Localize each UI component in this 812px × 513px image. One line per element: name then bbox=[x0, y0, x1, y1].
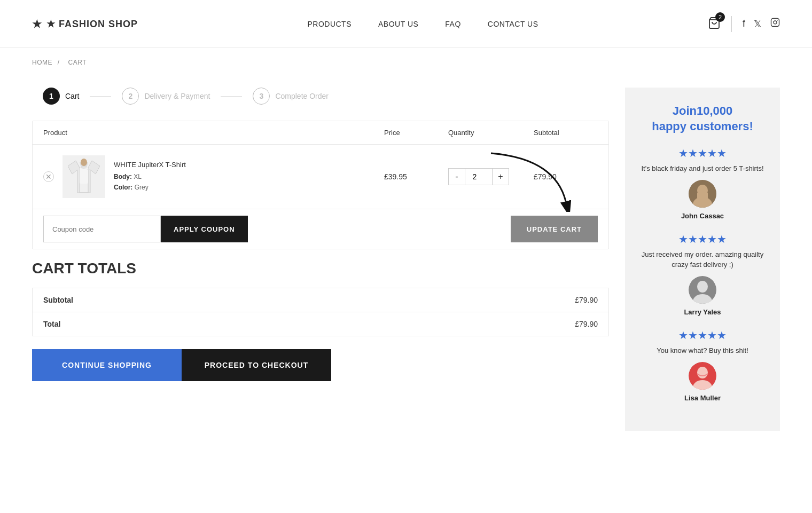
product-body: Body: XL bbox=[114, 172, 186, 182]
totals-table: Subtotal £79.90 Total £79.90 bbox=[32, 288, 609, 336]
review-3-stars: ★★★★★ bbox=[638, 329, 767, 342]
review-2-text: Just received my order. amazing quailty … bbox=[638, 250, 767, 269]
header-subtotal: Subtotal bbox=[534, 129, 598, 137]
steps: 1 Cart 2 Delivery & Payment 3 Complete O… bbox=[32, 88, 609, 105]
remove-item-button[interactable]: ✕ bbox=[43, 171, 54, 182]
review-1-text: It's black friday and just order 5 T-shi… bbox=[638, 164, 767, 173]
header-product: Product bbox=[43, 129, 384, 137]
nav-contact[interactable]: CONTACT US bbox=[488, 20, 538, 28]
review-1-name: John Cassac bbox=[638, 212, 767, 220]
coupon-input[interactable] bbox=[43, 216, 161, 242]
breadcrumb: HOME / CART bbox=[0, 48, 812, 77]
continue-shopping-button[interactable]: CONTINUE SHOPPING bbox=[32, 349, 182, 381]
review-1: ★★★★★ It's black friday and just order 5… bbox=[638, 147, 767, 220]
twitter-icon[interactable]: 𝕏 bbox=[754, 18, 762, 30]
step-1: 1 Cart bbox=[43, 88, 79, 105]
svg-rect-8 bbox=[80, 168, 88, 184]
qty-input[interactable] bbox=[465, 168, 492, 185]
apply-coupon-button[interactable]: APPLY COUPON bbox=[161, 216, 248, 242]
step-3: 3 Complete Order bbox=[253, 88, 329, 105]
review-2-stars: ★★★★★ bbox=[638, 233, 767, 246]
nav-about[interactable]: ABOUT US bbox=[378, 20, 418, 28]
product-color: Color: Grey bbox=[114, 183, 186, 193]
item-price: £39.95 bbox=[384, 172, 448, 181]
review-2: ★★★★★ Just received my order. amazing qu… bbox=[638, 233, 767, 315]
logo: ★ ★ FASHION SHOP bbox=[32, 18, 138, 30]
action-buttons: CONTINUE SHOPPING PROCEED TO CHECKOUT bbox=[32, 349, 609, 381]
review-3: ★★★★★ You know what? Buy this shit! Lisa… bbox=[638, 329, 767, 402]
proceed-checkout-button[interactable]: PROCEED TO CHECKOUT bbox=[182, 349, 331, 381]
cart-table: Product Price Quantity Subtotal ✕ bbox=[32, 121, 609, 249]
step-1-num: 1 bbox=[43, 88, 60, 105]
cart-badge: 2 bbox=[715, 12, 725, 22]
cart-table-header: Product Price Quantity Subtotal bbox=[33, 121, 608, 145]
subtotal-label: Subtotal bbox=[43, 296, 73, 304]
review-1-avatar bbox=[689, 180, 716, 208]
step-2-label: Delivery & Payment bbox=[144, 92, 210, 100]
facebook-icon[interactable]: f bbox=[743, 18, 745, 29]
item-subtotal: £79.90 bbox=[534, 172, 598, 181]
header-divider bbox=[731, 16, 732, 32]
step-2: 2 Delivery & Payment bbox=[122, 88, 210, 105]
qty-decrease-button[interactable]: - bbox=[448, 168, 465, 185]
right-sidebar: Join10,000happy customers! ★★★★★ It's bl… bbox=[625, 88, 780, 431]
instagram-icon[interactable] bbox=[770, 18, 780, 30]
svg-point-3 bbox=[777, 20, 778, 21]
svg-rect-13 bbox=[697, 193, 708, 200]
cart-totals-title: CART TOTALS bbox=[32, 260, 609, 277]
logo-text: ★ FASHION SHOP bbox=[46, 18, 138, 30]
tshirt-svg bbox=[68, 158, 100, 195]
subtotal-value: £79.90 bbox=[575, 296, 598, 304]
nav: PRODUCTS ABOUT US FAQ CONTACT US bbox=[307, 20, 538, 28]
header: ★ ★ FASHION SHOP PRODUCTS ABOUT US FAQ C… bbox=[0, 0, 812, 48]
product-info: WHITE JupiterX T-Shirt Body: XL Color: G… bbox=[114, 161, 186, 192]
step-divider-2 bbox=[221, 96, 242, 97]
cart-icon[interactable]: 2 bbox=[708, 17, 721, 31]
step-3-label: Complete Order bbox=[275, 92, 329, 100]
left-section: 1 Cart 2 Delivery & Payment 3 Complete O… bbox=[32, 88, 609, 431]
breadcrumb-separator: / bbox=[58, 59, 60, 66]
join-title: Join10,000happy customers! bbox=[638, 104, 767, 134]
svg-point-18 bbox=[697, 367, 708, 378]
nav-faq[interactable]: FAQ bbox=[445, 20, 461, 28]
review-2-avatar bbox=[689, 276, 716, 304]
total-row: Total £79.90 bbox=[33, 312, 608, 336]
header-right: 2 f 𝕏 bbox=[708, 16, 780, 32]
product-cell: ✕ WHITE JupiterX T-Shirt bbox=[43, 155, 384, 198]
total-value: £79.90 bbox=[575, 320, 598, 328]
social-icons: f 𝕏 bbox=[743, 18, 780, 30]
svg-point-2 bbox=[774, 21, 777, 24]
header-quantity: Quantity bbox=[448, 129, 534, 137]
total-label: Total bbox=[43, 320, 60, 328]
breadcrumb-current: CART bbox=[68, 59, 87, 66]
product-name: WHITE JupiterX T-Shirt bbox=[114, 161, 186, 169]
table-row: ✕ WHITE JupiterX T-Shirt bbox=[33, 145, 608, 209]
step-3-num: 3 bbox=[253, 88, 270, 105]
step-1-label: Cart bbox=[65, 92, 79, 100]
product-image bbox=[63, 155, 105, 198]
review-3-avatar bbox=[689, 362, 716, 390]
coupon-row: APPLY COUPON UPDATE CART bbox=[33, 209, 608, 249]
update-cart-button[interactable]: UPDATE CART bbox=[511, 216, 598, 242]
review-3-text: You know what? Buy this shit! bbox=[638, 346, 767, 356]
svg-rect-1 bbox=[771, 19, 779, 27]
breadcrumb-home[interactable]: HOME bbox=[32, 59, 52, 66]
step-divider-1 bbox=[90, 96, 111, 97]
review-1-stars: ★★★★★ bbox=[638, 147, 767, 160]
qty-increase-button[interactable]: + bbox=[492, 168, 509, 185]
review-2-name: Larry Yales bbox=[638, 308, 767, 316]
svg-point-7 bbox=[81, 159, 87, 166]
svg-point-15 bbox=[697, 281, 708, 293]
quantity-control: - + bbox=[448, 168, 534, 185]
main-content: 1 Cart 2 Delivery & Payment 3 Complete O… bbox=[0, 77, 812, 463]
nav-products[interactable]: PRODUCTS bbox=[307, 20, 352, 28]
subtotal-row: Subtotal £79.90 bbox=[33, 288, 608, 312]
header-price: Price bbox=[384, 129, 448, 137]
review-3-name: Lisa Muller bbox=[638, 394, 767, 402]
step-2-num: 2 bbox=[122, 88, 139, 105]
logo-star-icon: ★ bbox=[32, 18, 42, 30]
